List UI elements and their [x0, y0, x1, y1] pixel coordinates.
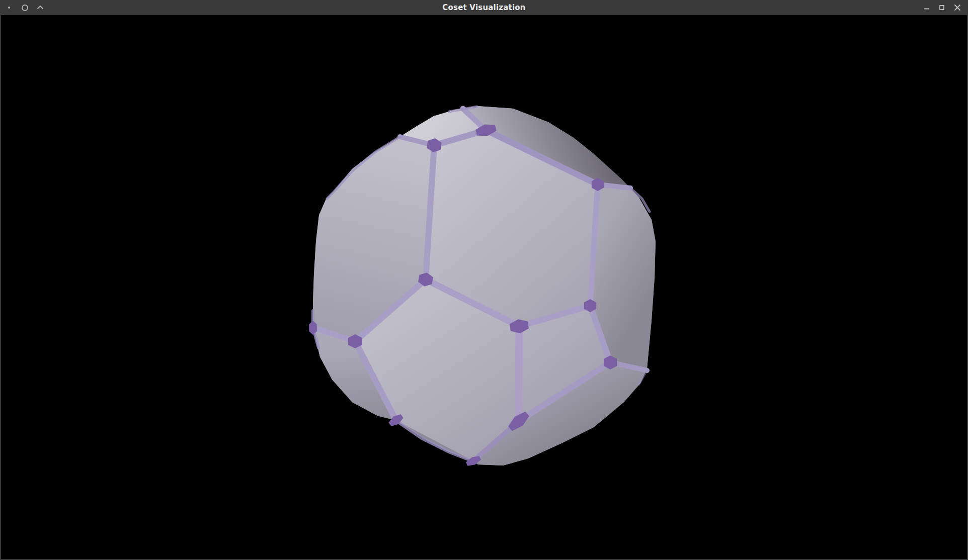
close-button[interactable]: [951, 1, 964, 14]
polyhedron-3d-view[interactable]: [0, 15, 968, 560]
minimize-button[interactable]: [920, 1, 933, 14]
window-controls: [917, 0, 964, 15]
app-window: Coset Visualization: [0, 0, 968, 560]
render-canvas[interactable]: [0, 15, 968, 560]
polyhedron-edge-F-I: [519, 326, 519, 421]
window-title: Coset Visualization: [0, 0, 968, 15]
titlebar[interactable]: Coset Visualization: [0, 0, 968, 15]
maximize-button[interactable]: [935, 1, 948, 14]
